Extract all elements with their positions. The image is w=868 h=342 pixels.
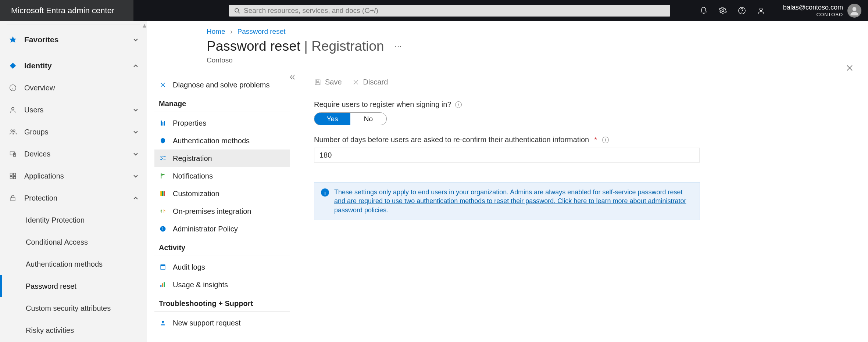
svg-rect-27	[161, 120, 162, 126]
svg-rect-35	[162, 191, 164, 196]
svg-rect-32	[161, 173, 161, 179]
search-icon	[234, 8, 240, 14]
svg-rect-47	[317, 80, 319, 81]
svg-rect-28	[162, 122, 164, 126]
nav-overview[interactable]: Overview	[0, 77, 147, 99]
snav-support[interactable]: New support request	[154, 314, 290, 332]
toggle-no[interactable]: No	[350, 113, 386, 125]
nav-applications[interactable]: Applications	[0, 165, 147, 187]
info-icon[interactable]: i	[455, 101, 462, 108]
app-title: Microsoft Entra admin center	[0, 0, 133, 21]
save-button[interactable]: Save	[314, 78, 342, 86]
svg-rect-19	[14, 173, 16, 176]
nav-identity[interactable]: Identity	[0, 55, 147, 77]
snav-activity-header: Activity	[154, 238, 290, 256]
snav-registration[interactable]: Registration	[154, 150, 290, 167]
feedback-icon[interactable]	[757, 6, 765, 15]
svg-point-2	[722, 10, 724, 12]
nav-custom-security-attrs[interactable]: Custom security attributes	[0, 297, 147, 319]
nav-identity-protection[interactable]: Identity Protection	[0, 209, 147, 231]
snav-customization[interactable]: Customization	[154, 185, 290, 202]
snav-audit-logs[interactable]: Audit logs	[154, 258, 290, 276]
lock-icon	[8, 194, 18, 202]
breadcrumb-page[interactable]: Password reset	[237, 28, 286, 35]
snav-properties[interactable]: Properties	[154, 114, 290, 132]
svg-rect-44	[164, 282, 165, 287]
svg-rect-38	[162, 228, 163, 230]
snav-diagnose[interactable]: Diagnose and solve problems	[154, 76, 290, 94]
nav-risky-activities[interactable]: Risky activities	[0, 319, 147, 341]
svg-marker-8	[10, 36, 16, 43]
info-icon[interactable]: i	[602, 137, 609, 143]
svg-line-1	[238, 12, 240, 13]
header-icon-bar: balas@contoso.com CONTOSO	[699, 4, 868, 18]
identity-icon	[8, 62, 18, 70]
snav-notifications[interactable]: Notifications	[154, 167, 290, 185]
nav-devices[interactable]: Devices	[0, 143, 147, 165]
info-fill-icon: i	[321, 188, 329, 197]
nav-auth-methods[interactable]: Authentication methods	[0, 253, 147, 275]
svg-point-45	[162, 321, 164, 323]
nav-protection[interactable]: Protection	[0, 187, 147, 209]
discard-button[interactable]: Discard	[352, 78, 388, 86]
svg-point-39	[162, 227, 163, 228]
help-icon[interactable]	[737, 6, 746, 15]
snav-auth-methods[interactable]: Authentication methods	[154, 132, 290, 150]
collapse-panel-icon[interactable]	[289, 74, 296, 80]
user-email: balas@contoso.com	[783, 4, 843, 12]
svg-rect-20	[10, 177, 12, 179]
svg-rect-29	[164, 121, 165, 126]
chart-icon	[159, 281, 167, 288]
svg-point-5	[760, 8, 762, 10]
support-icon	[159, 320, 167, 326]
svg-rect-42	[160, 285, 161, 287]
nav-groups[interactable]: Groups	[0, 121, 147, 143]
page-title: Password reset | Registration	[207, 39, 384, 54]
nav-favorites[interactable]: Favorites	[0, 29, 147, 51]
svg-rect-16	[10, 152, 15, 155]
svg-rect-43	[162, 283, 163, 287]
svg-marker-7	[143, 24, 146, 28]
days-label: Number of days before users are asked to…	[314, 136, 701, 144]
top-header: Microsoft Entra admin center balas@conto…	[0, 0, 868, 21]
avatar	[847, 4, 861, 18]
nav-password-reset[interactable]: Password reset	[0, 275, 147, 297]
user-org: CONTOSO	[783, 12, 843, 18]
svg-point-14	[11, 130, 12, 132]
nav-users[interactable]: Users	[0, 99, 147, 121]
svg-point-15	[13, 130, 15, 132]
nav-conditional-access[interactable]: Conditional Access	[0, 231, 147, 253]
user-menu[interactable]: balas@contoso.com CONTOSO	[783, 4, 861, 18]
notifications-icon[interactable]	[699, 6, 708, 15]
svg-rect-34	[160, 191, 162, 196]
more-options-icon[interactable]: ⋯	[394, 42, 402, 51]
nav-splitter[interactable]	[142, 21, 147, 342]
require-register-toggle[interactable]: Yes No	[314, 112, 387, 125]
breadcrumb-home[interactable]: Home	[207, 28, 225, 35]
info-icon	[8, 84, 18, 91]
toggle-yes[interactable]: Yes	[314, 113, 350, 125]
global-search[interactable]	[229, 5, 670, 17]
snav-admin-policy[interactable]: Administrator Policy	[154, 220, 290, 238]
days-input[interactable]	[314, 148, 700, 162]
info-banner-link[interactable]: These settings only apply to end users i…	[334, 188, 693, 215]
log-icon	[159, 264, 167, 270]
svg-point-13	[12, 107, 14, 110]
chevron-down-icon	[133, 151, 139, 157]
snav-usage[interactable]: Usage & insights	[154, 276, 290, 294]
snav-onprem[interactable]: On-premises integration	[154, 202, 290, 220]
apps-icon	[8, 172, 18, 180]
svg-point-0	[235, 8, 239, 12]
require-register-label: Require users to register when signing i…	[314, 100, 701, 109]
svg-marker-9	[10, 63, 16, 69]
svg-rect-48	[316, 82, 319, 84]
chevron-up-icon	[133, 63, 139, 69]
shield-icon	[159, 137, 167, 144]
global-search-input[interactable]	[244, 7, 665, 15]
settings-icon[interactable]	[718, 6, 727, 15]
close-icon[interactable]	[846, 64, 853, 72]
svg-rect-18	[10, 173, 12, 176]
snav-manage-header: Manage	[154, 94, 290, 112]
properties-icon	[159, 120, 167, 126]
org-label: Contoso	[149, 56, 858, 64]
